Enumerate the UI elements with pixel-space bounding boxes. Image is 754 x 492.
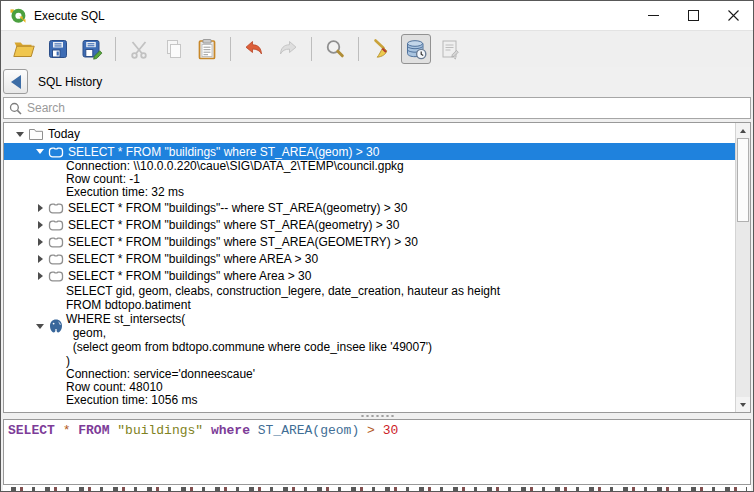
history-item-query: SELECT * FROM "buildings" where ST_AREA(… xyxy=(66,145,379,159)
find-button[interactable] xyxy=(320,34,350,64)
sql-history-button[interactable] xyxy=(401,34,431,64)
search-icon xyxy=(9,102,22,115)
minimize-icon xyxy=(648,10,659,21)
execute-sql-window: Execute SQL SQL History TodaySE xyxy=(0,0,754,492)
history-item[interactable]: SELECT * FROM "buildings" where ST_AREA(… xyxy=(4,216,735,233)
history-item-query: SELECT * FROM "buildings" where AREA > 3… xyxy=(66,252,318,266)
history-item[interactable]: SELECT * FROM "buildings" where ST_AREA(… xyxy=(4,143,735,160)
sql-history-header: SQL History xyxy=(1,67,753,96)
expand-arrow-open-icon[interactable] xyxy=(32,324,48,329)
redo-icon xyxy=(276,37,300,61)
sql-token: 30 xyxy=(383,423,399,438)
paste-icon xyxy=(195,37,219,61)
save-button[interactable] xyxy=(43,34,73,64)
sql-token: FROM xyxy=(78,423,109,438)
cut-button xyxy=(124,34,154,64)
expand-arrow-closed-icon[interactable] xyxy=(32,204,48,212)
magnifier-icon xyxy=(323,37,347,61)
database-clock-icon xyxy=(404,37,428,61)
history-item[interactable]: SELECT * FROM "buildings" where ST_AREA(… xyxy=(4,233,735,250)
script-pencil-icon xyxy=(438,37,462,61)
clipped-text-row xyxy=(3,485,751,491)
gpkg-icon xyxy=(48,217,66,233)
sql-token: geom xyxy=(320,423,351,438)
expand-arrow-closed-icon[interactable] xyxy=(32,272,48,280)
splitter-grip-icon xyxy=(360,414,394,418)
sql-token: ( xyxy=(312,423,320,438)
sql-token xyxy=(375,423,383,438)
clear-button[interactable] xyxy=(367,34,397,64)
maximize-button[interactable] xyxy=(673,1,713,30)
title-bar: Execute SQL xyxy=(1,1,753,31)
search-box xyxy=(3,97,751,119)
sql-editor[interactable]: SELECT * FROM "buildings" where ST_AREA(… xyxy=(3,419,751,485)
history-item[interactable]: SELECT gid, geom, cleabs, construction_l… xyxy=(4,284,735,368)
tree-item-label: Today xyxy=(46,127,80,141)
history-item-detail[interactable]: Execution time: 32 ms xyxy=(4,186,735,199)
tree-scrollbar[interactable] xyxy=(735,123,750,412)
scrollbar-thumb[interactable] xyxy=(737,138,749,222)
sql-token xyxy=(250,423,258,438)
toolbar-separator xyxy=(115,37,116,61)
save-as-button[interactable] xyxy=(77,34,107,64)
undo-button[interactable] xyxy=(239,34,269,64)
search-row xyxy=(1,96,753,122)
sql-history-title: SQL History xyxy=(38,75,102,89)
expand-arrow-closed-icon[interactable] xyxy=(32,255,48,263)
open-folder-icon xyxy=(12,37,36,61)
history-item-query: SELECT * FROM "buildings"-- where ST_ARE… xyxy=(66,201,407,215)
search-input[interactable] xyxy=(27,101,750,115)
sql-token: "buildings" xyxy=(117,423,203,438)
expand-arrow-open-icon[interactable] xyxy=(12,132,28,137)
expand-arrow-open-icon[interactable] xyxy=(32,149,48,154)
gpkg-icon xyxy=(48,144,66,160)
qgis-logo-icon xyxy=(9,7,27,25)
copy-icon xyxy=(161,37,185,61)
save-as-icon xyxy=(80,37,104,61)
copy-button xyxy=(158,34,188,64)
gpkg-icon xyxy=(48,251,66,267)
sql-token: where xyxy=(211,423,250,438)
script-button xyxy=(435,34,465,64)
sql-token: > xyxy=(367,423,375,438)
save-icon xyxy=(46,37,70,61)
cut-icon xyxy=(127,37,151,61)
gpkg-icon xyxy=(48,200,66,216)
sql-token: SELECT xyxy=(8,423,55,438)
back-button[interactable] xyxy=(3,69,28,94)
sql-token xyxy=(359,423,367,438)
sql-token: ST_AREA xyxy=(258,423,313,438)
scroll-up-icon xyxy=(740,129,746,133)
close-icon xyxy=(728,10,739,21)
back-arrow-icon xyxy=(11,75,21,89)
history-tree-content: TodaySELECT * FROM "buildings" where ST_… xyxy=(4,125,735,407)
toolbar xyxy=(1,31,753,67)
scroll-down-icon xyxy=(740,403,746,407)
window-controls xyxy=(633,1,753,30)
history-item-query: SELECT * FROM "buildings" where ST_AREA(… xyxy=(66,235,418,249)
expand-arrow-closed-icon[interactable] xyxy=(32,221,48,229)
history-item-query: SELECT * FROM "buildings" where Area > 3… xyxy=(66,269,311,283)
close-button[interactable] xyxy=(713,1,753,30)
history-tree: TodaySELECT * FROM "buildings" where ST_… xyxy=(3,122,751,413)
minimize-button[interactable] xyxy=(633,1,673,30)
history-item[interactable]: SELECT * FROM "buildings" where Area > 3… xyxy=(4,267,735,284)
redo-button xyxy=(273,34,303,64)
undo-icon xyxy=(242,37,266,61)
open-file-button[interactable] xyxy=(9,34,39,64)
history-item[interactable]: SELECT * FROM "buildings"-- where ST_ARE… xyxy=(4,199,735,216)
sql-token xyxy=(55,423,63,438)
paste-button[interactable] xyxy=(192,34,222,64)
sql-token xyxy=(203,423,211,438)
scroll-up-button[interactable] xyxy=(736,123,750,138)
window-title: Execute SQL xyxy=(34,9,105,23)
maximize-icon xyxy=(688,10,699,21)
expand-arrow-closed-icon[interactable] xyxy=(32,238,48,246)
toolbar-separator xyxy=(358,37,359,61)
clipped-text-marks xyxy=(11,487,747,491)
scroll-down-button[interactable] xyxy=(736,397,750,412)
tree-item-today[interactable]: Today xyxy=(4,125,735,143)
history-item[interactable]: SELECT * FROM "buildings" where AREA > 3… xyxy=(4,250,735,267)
gpkg-icon xyxy=(48,234,66,250)
history-item-detail[interactable]: Execution time: 1056 ms xyxy=(4,394,735,407)
